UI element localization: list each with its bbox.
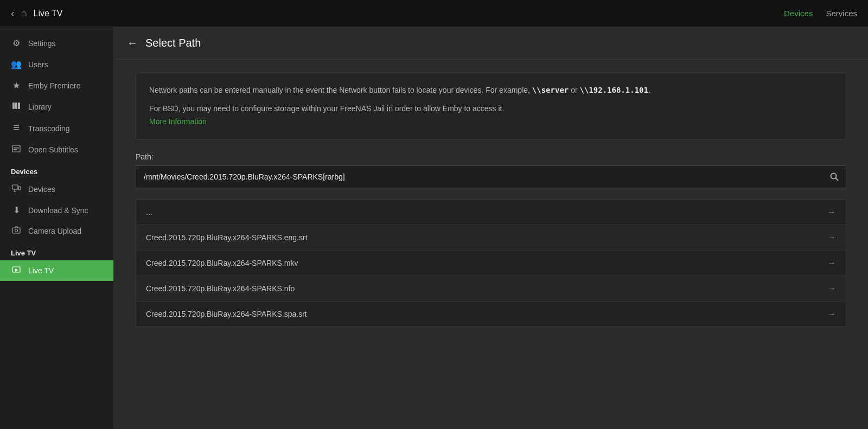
sidebar-label-devices: Devices [28, 185, 55, 194]
transcoding-icon [11, 123, 22, 134]
sidebar-label-settings: Settings [28, 39, 56, 48]
file-name: Creed.2015.720p.BluRay.x264-SPARKS.mkv [146, 259, 298, 267]
sidebar-item-devices[interactable]: Devices [0, 179, 113, 200]
svg-rect-7 [18, 187, 21, 190]
sidebar-label-camera-upload: Camera Upload [28, 227, 81, 235]
svg-point-11 [15, 229, 18, 232]
sidebar-label-library: Library [28, 103, 52, 111]
sidebar-item-emby-premiere[interactable]: ★ Emby Premiere [0, 75, 113, 96]
file-list: ...→Creed.2015.720p.BluRay.x264-SPARKS.e… [136, 199, 846, 327]
sidebar-item-camera-upload[interactable]: Camera Upload [0, 221, 113, 241]
svg-line-15 [835, 178, 838, 181]
sidebar-item-library[interactable]: Library [0, 96, 113, 118]
nav-devices[interactable]: Devices [784, 9, 813, 18]
file-name: Creed.2015.720p.BluRay.x264-SPARKS.eng.s… [146, 233, 308, 242]
sidebar-label-open-subtitles: Open Subtitles [28, 145, 78, 154]
svg-rect-3 [12, 145, 20, 152]
content-body: Network paths can be entered manually in… [114, 60, 868, 429]
path-input-row [136, 165, 846, 188]
svg-rect-5 [14, 149, 17, 150]
path-input[interactable] [136, 165, 822, 188]
top-bar-left: ‹ ⌂ Live TV [11, 7, 63, 20]
top-page-title: Live TV [34, 9, 63, 18]
settings-icon: ⚙ [11, 38, 22, 48]
file-arrow-icon: → [827, 284, 836, 293]
more-information-link[interactable]: More Information [149, 117, 207, 126]
list-item[interactable]: Creed.2015.720p.BluRay.x264-SPARKS.nfo→ [136, 276, 846, 302]
info-box: Network paths can be entered manually in… [136, 73, 846, 139]
svg-rect-10 [12, 228, 20, 233]
svg-point-14 [831, 174, 836, 179]
svg-rect-0 [12, 103, 15, 109]
camera-icon [11, 226, 22, 236]
sidebar-section-live-tv: Live TV [0, 241, 113, 260]
list-item[interactable]: ...→ [136, 200, 846, 225]
svg-rect-2 [18, 103, 20, 109]
select-path-title: Select Path [145, 37, 201, 49]
sidebar-item-live-tv[interactable]: Live TV [0, 260, 113, 281]
sidebar-item-download-sync[interactable]: ⬇ Download & Sync [0, 200, 113, 221]
path-search-button[interactable] [822, 165, 846, 188]
sidebar-item-users[interactable]: 👥 Users [0, 54, 113, 75]
file-name: ... [146, 208, 152, 216]
list-item[interactable]: Creed.2015.720p.BluRay.x264-SPARKS.mkv→ [136, 251, 846, 276]
download-icon: ⬇ [11, 205, 22, 215]
sidebar-label-users: Users [28, 60, 48, 69]
sidebar-item-transcoding[interactable]: Transcoding [0, 118, 113, 139]
sidebar-label-transcoding: Transcoding [28, 124, 70, 133]
file-arrow-icon: → [827, 233, 836, 242]
list-item[interactable]: Creed.2015.720p.BluRay.x264-SPARKS.eng.s… [136, 225, 846, 251]
svg-marker-13 [15, 268, 18, 272]
live-tv-icon [11, 266, 22, 276]
sidebar: ⚙ Settings 👥 Users ★ Emby Premiere Libra… [0, 27, 114, 429]
nav-services[interactable]: Services [826, 9, 857, 18]
star-icon: ★ [11, 80, 22, 91]
sidebar-label-live-tv: Live TV [28, 266, 54, 275]
svg-rect-4 [14, 148, 19, 149]
devices-icon [11, 184, 22, 194]
top-bar-nav: Devices Services [784, 9, 857, 18]
svg-rect-1 [15, 103, 17, 109]
content-area: ← Select Path Network paths can be enter… [114, 27, 868, 429]
sidebar-item-open-subtitles[interactable]: Open Subtitles [0, 139, 113, 160]
file-arrow-icon: → [827, 258, 836, 268]
top-back-button[interactable]: ‹ [11, 7, 15, 20]
top-bar: ‹ ⌂ Live TV Devices Services [0, 0, 868, 27]
file-name: Creed.2015.720p.BluRay.x264-SPARKS.nfo [146, 284, 295, 293]
sidebar-section-devices: Devices [0, 160, 113, 179]
svg-rect-6 [12, 185, 18, 189]
subtitles-icon [11, 145, 22, 155]
path-label: Path: [136, 152, 846, 161]
file-arrow-icon: → [827, 309, 836, 319]
select-path-header: ← Select Path [114, 27, 868, 60]
main-layout: ⚙ Settings 👥 Users ★ Emby Premiere Libra… [0, 27, 868, 429]
sidebar-label-download-sync: Download & Sync [28, 206, 88, 215]
list-item[interactable]: Creed.2015.720p.BluRay.x264-SPARKS.spa.s… [136, 302, 846, 326]
file-name: Creed.2015.720p.BluRay.x264-SPARKS.spa.s… [146, 310, 307, 318]
info-line-1: Network paths can be entered manually in… [149, 84, 833, 97]
file-arrow-icon: → [827, 207, 836, 217]
sidebar-item-settings[interactable]: ⚙ Settings [0, 33, 113, 54]
select-path-back-button[interactable]: ← [127, 37, 138, 49]
users-icon: 👥 [11, 59, 22, 69]
library-icon [11, 101, 22, 112]
sidebar-label-emby-premiere: Emby Premiere [28, 81, 80, 90]
info-line-2: For BSD, you may need to configure stora… [149, 103, 833, 129]
home-icon[interactable]: ⌂ [21, 8, 27, 19]
